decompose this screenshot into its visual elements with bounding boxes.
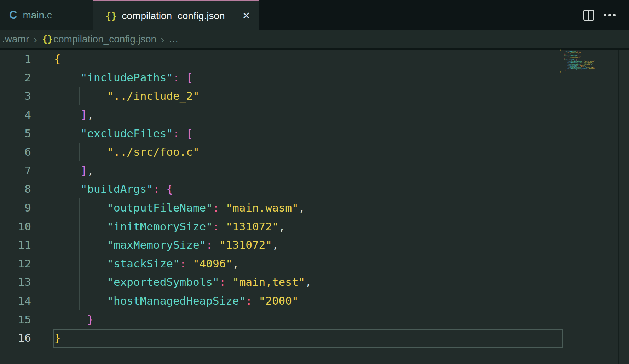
code-line[interactable]: 11 "maxMemorySize": "131072", bbox=[0, 236, 629, 254]
line-number: 12 bbox=[0, 257, 31, 270]
tab-bar: C main.c {} compilation_config.json ✕ bbox=[0, 0, 629, 30]
code-text: } bbox=[54, 331, 61, 344]
chevron-right-icon: › bbox=[161, 34, 165, 45]
code-line[interactable]: 15 } bbox=[0, 310, 629, 329]
json-braces-icon: {} bbox=[42, 34, 53, 44]
line-number: 16 bbox=[0, 331, 31, 344]
code-line[interactable]: 3 "../include_2" bbox=[0, 87, 629, 105]
code-text: "buildArgs": { bbox=[54, 183, 173, 195]
line-number: 1 bbox=[0, 52, 31, 65]
chevron-right-icon: › bbox=[33, 34, 37, 45]
line-number: 13 bbox=[0, 276, 31, 288]
code-text: "outputFileName": "main.wasm", bbox=[54, 201, 305, 214]
code-text: "initMemorySize": "131072", bbox=[54, 220, 285, 233]
minimap-divider bbox=[618, 50, 619, 364]
line-number: 11 bbox=[0, 238, 31, 251]
breadcrumb-tail[interactable]: … bbox=[169, 34, 179, 45]
code-text: ], bbox=[54, 164, 94, 177]
code-line[interactable]: 13 "exportedSymbols": "main,test", bbox=[0, 273, 629, 291]
tab-label: main.c bbox=[23, 10, 52, 21]
code-line[interactable]: 7 ], bbox=[0, 161, 629, 180]
code-text: } bbox=[54, 313, 94, 326]
code-line[interactable]: 16} bbox=[0, 329, 629, 347]
line-number: 15 bbox=[0, 313, 31, 326]
line-number: 7 bbox=[0, 164, 31, 177]
line-number: 5 bbox=[0, 127, 31, 140]
code-line[interactable]: 8 "buildArgs": { bbox=[0, 180, 629, 198]
line-number: 8 bbox=[0, 183, 31, 195]
code-line[interactable]: 4 ], bbox=[0, 105, 629, 124]
code-text: "../src/foo.c" bbox=[54, 145, 200, 158]
close-tab-icon[interactable]: ✕ bbox=[240, 10, 253, 22]
c-language-icon: C bbox=[9, 9, 17, 22]
line-number: 2 bbox=[0, 71, 31, 84]
line-number: 9 bbox=[0, 201, 31, 214]
tab-label: compilation_config.json bbox=[122, 10, 225, 22]
code-line[interactable]: 14 "hostManagedHeapSize": "2000" bbox=[0, 291, 629, 310]
line-number: 6 bbox=[0, 145, 31, 158]
editor-actions bbox=[583, 0, 629, 30]
code-text: "exportedSymbols": "main,test", bbox=[54, 276, 312, 288]
more-actions-icon[interactable] bbox=[604, 14, 616, 16]
code-line[interactable]: 5 "excludeFiles": [ bbox=[0, 124, 629, 143]
line-number: 4 bbox=[0, 108, 31, 121]
breadcrumb-file[interactable]: compilation_config.json bbox=[53, 34, 156, 45]
code-text: "maxMemorySize": "131072", bbox=[54, 238, 279, 251]
code-line[interactable]: 12 "stackSize": "4096", bbox=[0, 254, 629, 273]
json-braces-icon: {} bbox=[105, 10, 117, 21]
code-text: "includePaths": [ bbox=[54, 71, 193, 84]
tab-main-c[interactable]: C main.c bbox=[0, 0, 93, 30]
code-lines: 1{2 "includePaths": [3 "../include_2"4 ]… bbox=[0, 50, 629, 347]
split-editor-icon[interactable] bbox=[583, 10, 594, 21]
tab-compilation-config-json[interactable]: {} compilation_config.json ✕ bbox=[93, 0, 259, 30]
code-line[interactable]: 2 "includePaths": [ bbox=[0, 68, 629, 87]
breadcrumb: .wamr › {} compilation_config.json › … bbox=[0, 30, 629, 50]
code-text: "../include_2" bbox=[54, 89, 200, 102]
code-text: "excludeFiles": [ bbox=[54, 127, 193, 140]
code-line[interactable]: 6 "../src/foo.c" bbox=[0, 143, 629, 161]
code-line[interactable]: 1{ bbox=[0, 50, 629, 68]
minimap[interactable]: { "includePaths": [ "../include_2" ], "e… bbox=[560, 50, 617, 73]
code-editor[interactable]: 1{2 "includePaths": [3 "../include_2"4 ]… bbox=[0, 50, 629, 364]
code-text: "stackSize": "4096", bbox=[54, 257, 239, 270]
code-text: "hostManagedHeapSize": "2000" bbox=[54, 294, 299, 307]
code-text: ], bbox=[54, 108, 94, 121]
code-line[interactable]: 10 "initMemorySize": "131072", bbox=[0, 217, 629, 236]
line-number: 10 bbox=[0, 220, 31, 233]
minimap-content: { "includePaths": [ "../include_2" ], "e… bbox=[560, 50, 617, 73]
breadcrumb-folder[interactable]: .wamr bbox=[2, 34, 29, 45]
line-number: 14 bbox=[0, 294, 31, 307]
code-text: { bbox=[54, 52, 61, 65]
code-line[interactable]: 9 "outputFileName": "main.wasm", bbox=[0, 198, 629, 217]
line-number: 3 bbox=[0, 89, 31, 102]
